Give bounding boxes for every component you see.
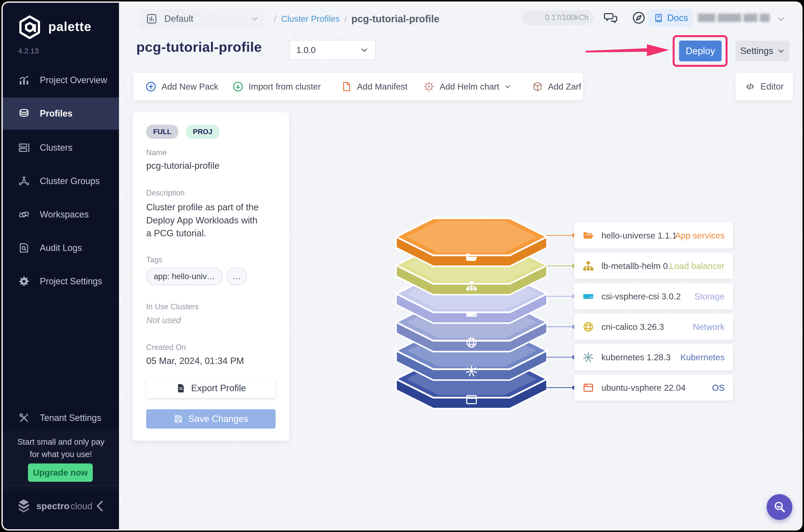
helm-wheel-icon bbox=[423, 81, 435, 92]
code-icon bbox=[745, 81, 755, 92]
created-on-label: Created On bbox=[146, 343, 186, 352]
chevron-down-icon bbox=[360, 46, 369, 54]
project-scope-selector[interactable]: Default bbox=[139, 9, 265, 28]
import-from-cluster-button[interactable]: Import from cluster bbox=[232, 73, 321, 100]
tag-overflow-pill[interactable]: … bbox=[227, 268, 247, 285]
project-scope-value: Default bbox=[164, 14, 251, 24]
chevron-down-icon bbox=[251, 15, 259, 22]
scope-badge-proj: PROJ bbox=[186, 125, 219, 139]
sidebar-item-tenant-settings[interactable]: Tenant Settings bbox=[3, 401, 119, 435]
description-label: Description bbox=[146, 189, 185, 197]
sidebar-item-workspaces[interactable]: Workspaces bbox=[3, 198, 119, 231]
layer-card-network[interactable]: cni-calico 3.26.3 Network bbox=[574, 314, 733, 340]
connector-os bbox=[546, 387, 575, 388]
sidebar-footer: spectro cloud bbox=[3, 485, 119, 529]
page-title: pcg-tutorial-profile bbox=[136, 39, 262, 55]
manifest-file-icon bbox=[341, 81, 352, 92]
tenant-settings-tools-icon bbox=[18, 412, 30, 424]
layer-card-app-services[interactable]: hello-universe 1.1.1 App services bbox=[574, 223, 733, 248]
docs-button[interactable]: Docs bbox=[648, 9, 693, 27]
tag-pill[interactable]: app: hello-univ… bbox=[146, 268, 223, 285]
breadcrumb-link-cluster-profiles[interactable]: Cluster Profiles bbox=[281, 14, 340, 24]
add-manifest-button[interactable]: Add Manifest bbox=[341, 73, 407, 100]
export-profile-button[interactable]: Export Profile bbox=[146, 378, 275, 398]
hex-layer-app-services[interactable] bbox=[396, 218, 547, 266]
promo-text-line1: Start small and only pay bbox=[3, 437, 119, 446]
project-settings-gear-icon bbox=[18, 276, 30, 287]
chevron-down-icon bbox=[504, 83, 511, 90]
annotation-arrow bbox=[585, 42, 671, 59]
chevron-down-icon bbox=[777, 47, 785, 55]
editor-toggle-button[interactable]: Editor bbox=[735, 73, 793, 100]
sidebar-collapse-chevron-icon[interactable] bbox=[95, 499, 106, 513]
settings-button[interactable]: Settings bbox=[735, 41, 789, 61]
search-icon bbox=[772, 499, 787, 515]
sidebar-item-profiles[interactable]: Profiles bbox=[3, 97, 119, 130]
promo-text-line2: for what you use! bbox=[3, 450, 119, 459]
created-on-value: 05 Mar, 2024, 01:34 PM bbox=[146, 356, 244, 366]
palette-logo-icon bbox=[17, 14, 42, 41]
upgrade-now-button[interactable]: Upgrade now bbox=[28, 463, 93, 482]
app-version: 4.2.13 bbox=[18, 47, 39, 55]
profile-version-select[interactable]: 1.0.0 bbox=[289, 40, 376, 60]
plus-circle-icon bbox=[145, 81, 157, 92]
connector-kubernetes bbox=[546, 357, 575, 358]
connector-storage bbox=[546, 296, 575, 297]
chat-feedback-icon[interactable] bbox=[604, 11, 618, 25]
pack-toolbar: Add New Pack Import from cluster Add Man… bbox=[133, 73, 583, 100]
layer-card-storage[interactable]: csi-vsphere-csi 3.0.2 Storage bbox=[574, 283, 733, 309]
tags-label: Tags bbox=[146, 255, 162, 264]
add-new-pack-button[interactable]: Add New Pack bbox=[145, 73, 218, 100]
sidebar-item-cluster-groups[interactable]: Cluster Groups bbox=[3, 164, 119, 198]
in-use-clusters-label: In Use Clusters bbox=[146, 302, 199, 311]
profiles-icon bbox=[18, 108, 30, 119]
project-scope-icon bbox=[146, 13, 157, 24]
floppy-save-icon bbox=[173, 414, 183, 424]
compass-explore-icon[interactable] bbox=[632, 11, 646, 25]
sidebar-item-project-overview[interactable]: Project Overview bbox=[3, 63, 119, 97]
app-window: palette 4.2.13 Project Overview Profiles… bbox=[1, 1, 803, 531]
clusters-icon bbox=[18, 142, 30, 154]
connector-app-services bbox=[546, 235, 575, 236]
user-menu-chevron-down-icon[interactable] bbox=[777, 15, 785, 23]
workspaces-icon bbox=[18, 209, 30, 221]
search-fab-button[interactable] bbox=[767, 494, 792, 520]
storage-drive-icon bbox=[582, 291, 594, 302]
layer-card-os[interactable]: ubuntu-vsphere 22.04 OS bbox=[574, 375, 733, 401]
profile-detail-card: FULL PROJ Name pcg-tutorial-profile Desc… bbox=[133, 112, 289, 441]
cluster-groups-icon bbox=[18, 175, 30, 187]
folder-open-icon bbox=[582, 230, 594, 241]
zarf-package-icon bbox=[532, 81, 543, 92]
scope-badge-full: FULL bbox=[146, 125, 178, 139]
sidebar-item-audit-logs[interactable]: Audit Logs bbox=[3, 231, 119, 265]
globe-icon bbox=[582, 321, 594, 332]
kubernetes-wheel-icon bbox=[582, 352, 594, 363]
layer-card-kubernetes[interactable]: kubernetes 1.28.3 Kubernetes bbox=[574, 344, 733, 370]
connector-load-balancer bbox=[546, 266, 575, 266]
layer-card-load-balancer[interactable]: lb-metallb-helm 0.1… Load balancer bbox=[574, 253, 733, 279]
breadcrumb: / Cluster Profiles / pcg-tutorial-profil… bbox=[269, 9, 439, 28]
sidebar-item-clusters[interactable]: Clusters bbox=[3, 131, 119, 164]
import-down-circle-icon bbox=[232, 81, 244, 92]
docs-label: Docs bbox=[667, 13, 688, 23]
audit-logs-icon bbox=[18, 242, 30, 254]
spectro-cloud-wordmark: spectro cloud bbox=[36, 501, 93, 511]
os-window-icon bbox=[582, 382, 594, 394]
project-overview-icon bbox=[18, 74, 30, 86]
breadcrumb-current: pcg-tutorial-profile bbox=[351, 13, 440, 24]
save-changes-button[interactable]: Save Changes bbox=[146, 409, 275, 429]
deploy-button[interactable]: Deploy bbox=[679, 41, 722, 61]
sidebar-item-project-settings[interactable]: Project Settings bbox=[3, 265, 119, 298]
add-helm-chart-button[interactable]: Add Helm chart bbox=[423, 73, 511, 100]
sidebar: palette 4.2.13 Project Overview Profiles… bbox=[3, 3, 119, 529]
spectro-cloud-logo-icon bbox=[16, 498, 32, 514]
storage-drive-icon bbox=[466, 312, 477, 317]
docs-book-icon bbox=[653, 13, 664, 23]
sitemap-icon bbox=[582, 260, 594, 272]
add-zarf-button[interactable]: Add Zarf bbox=[532, 73, 581, 100]
name-label: Name bbox=[146, 148, 167, 157]
name-value: pcg-tutorial-profile bbox=[146, 160, 219, 171]
in-use-clusters-value: Not used bbox=[146, 315, 181, 325]
user-menu-redacted[interactable] bbox=[698, 14, 770, 22]
file-export-icon bbox=[176, 383, 186, 394]
